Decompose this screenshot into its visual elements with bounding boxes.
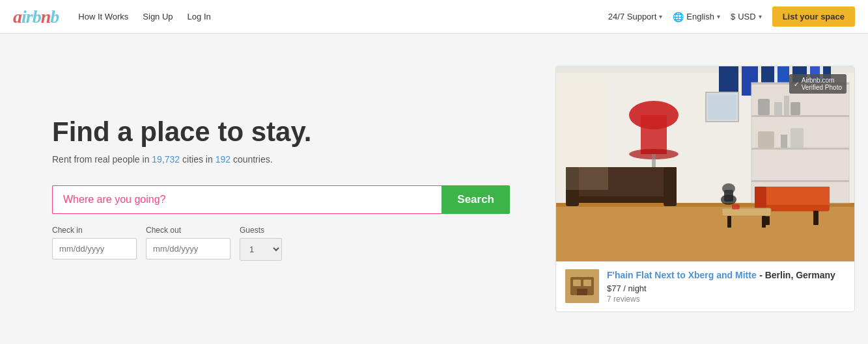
guests-label: Guests [240,226,282,235]
currency-label: USD [738,12,755,21]
language-chevron-icon: ▾ [717,13,720,20]
main-content: Find a place to stay. Rent from real peo… [0,34,868,344]
svg-rect-9 [556,203,854,261]
countries-prefix: in [203,154,216,165]
guests-field: Guests 1 2 3 4 [240,226,282,261]
svg-rect-44 [732,204,740,209]
thumbnail-image [565,269,599,303]
currency-chevron-icon: ▾ [759,13,762,20]
checkmark-icon: ✓ [794,81,799,88]
support-label: 24/7 Support [608,12,656,21]
support-menu[interactable]: 24/7 Support ▾ [608,12,662,21]
checkout-field: Check out [146,226,231,259]
listing-price: $77 / night [607,284,845,293]
svg-rect-14 [751,148,849,150]
guests-select[interactable]: 1 2 3 4 [240,238,282,261]
svg-rect-28 [708,94,736,120]
svg-rect-43 [762,216,766,228]
nav-right: 24/7 Support ▾ 🌐 English ▾ $ USD ▾ List … [608,7,855,27]
svg-rect-32 [664,167,677,206]
search-input[interactable] [52,185,441,214]
listing-location: - Berlin, Germany [759,270,835,280]
svg-rect-42 [727,216,731,228]
svg-rect-15 [751,180,849,182]
checkin-input[interactable] [52,238,137,259]
svg-rect-21 [781,135,787,148]
listing-reviews: 7 reviews [607,295,845,304]
navbar: airbnb How It Works Sign Up Log In 24/7 … [0,0,868,34]
right-panel: ✓ Airbnb.comVerified Photo F' [549,34,868,344]
verified-text: Airbnb.comVerified Photo [802,77,842,91]
listing-title-link[interactable]: F'hain Flat Next to Xberg and Mitte [607,270,757,280]
hero-subtitle: Rent from real people in 19,732 cities i… [52,154,510,165]
nav-link-how-it-works[interactable]: How It Works [78,12,128,21]
nav-links: How It Works Sign Up Log In [78,12,608,21]
listing-thumbnail [565,269,599,303]
list-space-button[interactable]: List your space [772,7,855,27]
svg-rect-17 [774,102,782,115]
verified-badge: ✓ Airbnb.comVerified Photo [789,74,847,94]
svg-rect-24 [641,115,667,154]
listing-card: ✓ Airbnb.comVerified Photo F' [555,66,855,312]
checkin-field: Check in [52,226,137,259]
left-panel: Find a place to stay. Rent from real peo… [0,34,549,344]
dollar-icon: $ [731,12,735,21]
nav-link-log-in[interactable]: Log In [188,12,211,21]
svg-rect-48 [573,280,581,286]
svg-rect-49 [583,280,591,286]
subtitle-prefix: Rent from real people in [52,154,152,165]
hero-title: Find a place to stay. [52,117,510,147]
svg-rect-19 [791,102,800,115]
svg-rect-22 [791,128,804,148]
language-menu[interactable]: 🌐 English ▾ [673,12,720,22]
listing-info: F'hain Flat Next to Xberg and Mitte - Be… [556,261,854,311]
listing-image-container: ✓ Airbnb.comVerified Photo [556,66,854,261]
cities-label: cities [182,154,203,165]
currency-menu[interactable]: $ USD ▾ [731,12,762,21]
search-row: Search [52,185,510,214]
language-label: English [686,12,714,21]
cities-link[interactable]: 19,732 [152,154,180,165]
globe-icon: 🌐 [673,12,684,22]
checkout-input[interactable] [146,238,231,259]
svg-rect-13 [751,115,849,117]
date-row: Check in Check out Guests 1 2 3 4 [52,226,510,261]
listing-image [556,66,854,261]
countries-link[interactable]: 192 [216,154,231,165]
countries-label: countries [233,154,270,165]
checkout-label: Check out [146,226,231,235]
logo[interactable]: airbnb [13,7,59,27]
listing-title-row: F'hain Flat Next to Xberg and Mitte - Be… [607,269,845,281]
svg-point-35 [722,183,735,194]
svg-rect-18 [784,96,789,115]
svg-rect-50 [577,289,587,295]
svg-rect-1 [556,66,854,73]
svg-rect-16 [758,99,770,115]
search-button[interactable]: Search [441,185,510,214]
subtitle-suffix: . [270,154,273,165]
nav-link-sign-up[interactable]: Sign Up [143,12,173,21]
svg-rect-41 [722,208,771,216]
support-chevron-icon: ▾ [659,13,662,20]
listing-details: F'hain Flat Next to Xberg and Mitte - Be… [607,269,845,304]
checkin-label: Check in [52,226,137,235]
svg-rect-40 [813,211,819,225]
svg-rect-45 [556,79,608,190]
svg-rect-20 [758,131,774,148]
